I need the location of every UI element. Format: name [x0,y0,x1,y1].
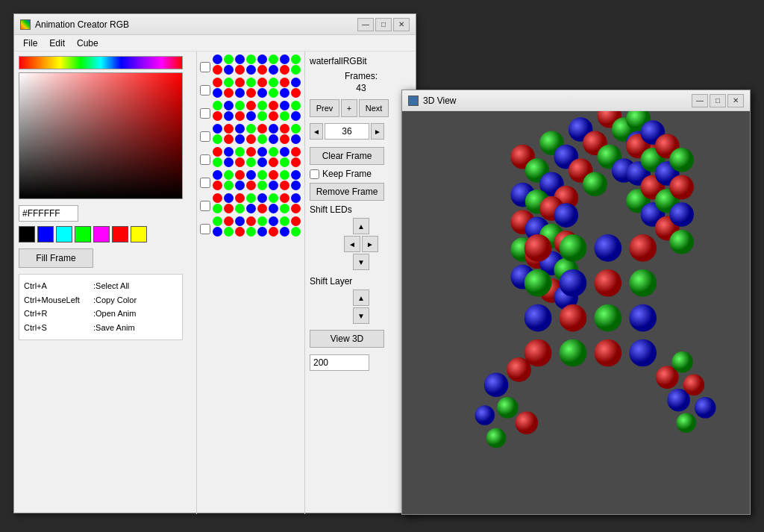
led-dot[interactable] [257,181,267,190]
led-dot[interactable] [213,78,222,87]
led-dot[interactable] [224,181,234,190]
led-dot[interactable] [269,134,278,144]
hex-input[interactable] [19,205,78,222]
led-dot[interactable] [280,227,289,237]
led-dot[interactable] [269,170,278,180]
led-dot[interactable] [224,101,234,110]
led-dot[interactable] [224,78,234,87]
led-dot[interactable] [280,193,289,203]
led-dot[interactable] [235,65,245,75]
shift-up-button[interactable]: ▲ [353,218,369,234]
led-dot[interactable] [269,181,278,190]
menu-edit[interactable]: Edit [43,37,71,50]
led-dot[interactable] [235,147,245,157]
section-check-4[interactable] [200,131,210,142]
led-dot[interactable] [280,134,289,144]
led-dot[interactable] [213,193,222,203]
led-dot[interactable] [269,101,278,110]
led-dot[interactable] [235,181,245,190]
led-dot[interactable] [257,101,267,110]
remove-frame-button[interactable]: Remove Frame [310,183,384,201]
led-dot[interactable] [246,54,256,64]
led-dot[interactable] [257,216,267,226]
palette-cyan[interactable] [56,226,72,242]
led-dot[interactable] [291,111,301,121]
led-dot[interactable] [246,78,256,87]
led-dot[interactable] [235,54,245,64]
led-dot[interactable] [235,227,245,237]
view-3d-button[interactable]: View 3D [310,330,384,348]
led-dot[interactable] [235,204,245,213]
led-dot[interactable] [257,193,267,203]
section-check-6[interactable] [200,178,210,188]
led-dot[interactable] [224,193,234,203]
led-dot[interactable] [246,181,256,190]
speed-input[interactable] [310,354,369,371]
led-dot[interactable] [224,54,234,64]
led-dot[interactable] [291,181,301,190]
section-check-7[interactable] [200,201,210,211]
led-dot[interactable] [291,204,301,213]
led-dot[interactable] [257,78,267,87]
led-dot[interactable] [224,204,234,213]
led-dot[interactable] [246,204,256,213]
led-dot[interactable] [246,216,256,226]
led-dot[interactable] [246,124,256,134]
palette-magenta[interactable] [93,226,110,242]
led-dot[interactable] [213,227,222,237]
fill-frame-button[interactable]: Fill Frame [19,248,93,268]
led-dot[interactable] [257,147,267,157]
led-dot[interactable] [235,170,245,180]
clear-frame-button[interactable]: Clear Frame [310,147,384,165]
led-dot[interactable] [291,134,301,144]
view3d-minimize[interactable]: — [692,94,708,107]
led-dot[interactable] [291,88,301,98]
led-dot[interactable] [246,193,256,203]
led-dot[interactable] [269,204,278,213]
led-dot[interactable] [291,157,301,167]
led-dot[interactable] [224,157,234,167]
led-dot[interactable] [235,134,245,144]
led-dot[interactable] [291,170,301,180]
led-dot[interactable] [280,157,289,167]
led-dot[interactable] [235,78,245,87]
rainbow-bar[interactable] [19,56,183,69]
led-dot[interactable] [269,78,278,87]
led-dot[interactable] [257,170,267,180]
frame-prev-button[interactable]: ◄ [310,123,323,140]
palette-red[interactable] [112,226,128,242]
led-dot[interactable] [224,216,234,226]
led-dot[interactable] [224,134,234,144]
led-dot[interactable] [291,65,301,75]
palette-black[interactable] [19,226,35,242]
led-dot[interactable] [280,101,289,110]
led-dot[interactable] [269,157,278,167]
led-dot[interactable] [257,157,267,167]
led-dot[interactable] [280,78,289,87]
shift-left-button[interactable]: ◄ [344,236,360,252]
led-dot[interactable] [224,227,234,237]
led-dot[interactable] [280,88,289,98]
led-dot[interactable] [224,170,234,180]
led-dot[interactable] [224,147,234,157]
shift-down-button[interactable]: ▼ [353,254,369,270]
menu-file[interactable]: File [17,37,43,50]
color-picker[interactable] [19,72,183,199]
led-dot[interactable] [235,88,245,98]
section-check-5[interactable] [200,154,210,165]
led-dot[interactable] [246,170,256,180]
led-dot[interactable] [213,204,222,213]
led-dot[interactable] [291,216,301,226]
led-dot[interactable] [291,147,301,157]
led-dot[interactable] [269,65,278,75]
led-dot[interactable] [213,65,222,75]
led-dot[interactable] [246,111,256,121]
view3d-close[interactable]: ✕ [727,94,744,107]
led-dot[interactable] [224,88,234,98]
led-dot[interactable] [269,193,278,203]
led-dot[interactable] [280,111,289,121]
led-dot[interactable] [257,124,267,134]
add-frame-button[interactable]: + [341,99,357,117]
shift-right-button[interactable]: ► [362,236,378,252]
led-dot[interactable] [280,54,289,64]
